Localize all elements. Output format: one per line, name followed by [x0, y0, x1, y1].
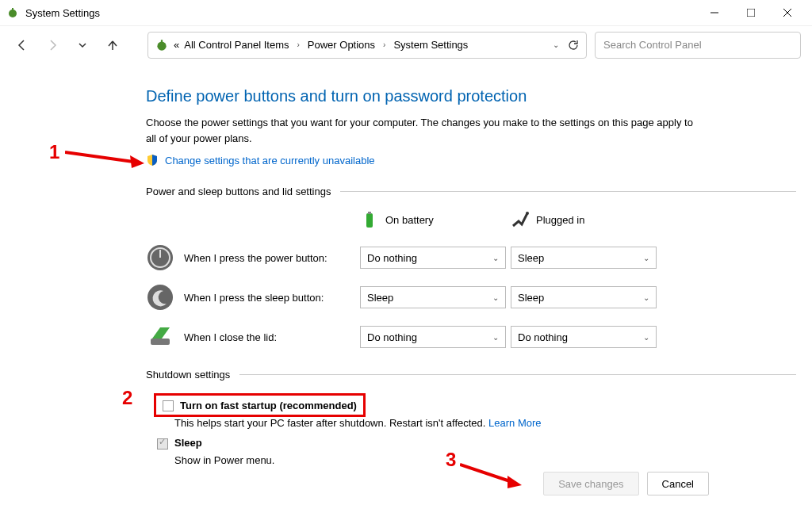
page-description: Choose the power settings that you want … — [146, 115, 701, 146]
sleep-checkbox-row: Sleep — [157, 437, 796, 450]
fast-startup-label: Turn on fast startup (recommended) — [180, 400, 357, 411]
plug-icon — [511, 210, 530, 229]
footer: Save changes Cancel — [543, 472, 709, 495]
setting-row-lid: When I close the lid: Do nothing⌄ Do not… — [146, 323, 796, 351]
divider — [239, 374, 796, 375]
forward-button[interactable] — [41, 34, 63, 56]
titlebar: System Settings — [0, 0, 812, 25]
up-button[interactable] — [102, 34, 124, 56]
chevron-right-icon: › — [383, 40, 385, 49]
chevron-down-icon: ⌄ — [643, 254, 649, 262]
power-options-icon — [6, 6, 19, 19]
svg-point-10 — [526, 212, 529, 215]
recent-button[interactable] — [71, 34, 94, 56]
section-title: Power and sleep buttons and lid settings — [146, 186, 331, 197]
refresh-icon[interactable] — [567, 39, 580, 52]
column-header-battery: On battery — [360, 210, 511, 229]
sleep-label: Sleep — [174, 437, 202, 449]
sleep-desc: Show in Power menu. — [174, 454, 796, 466]
cancel-button[interactable]: Cancel — [647, 472, 709, 495]
select-power-battery[interactable]: Do nothing⌄ — [360, 247, 506, 269]
setting-row-power-button: When I press the power button: Do nothin… — [146, 243, 796, 272]
shield-icon — [146, 154, 159, 166]
row-label: When I press the sleep button: — [184, 292, 360, 304]
select-power-plugged[interactable]: Sleep⌄ — [511, 247, 657, 269]
battery-icon — [360, 210, 379, 229]
search-placeholder: Search Control Panel — [603, 39, 702, 51]
lid-icon — [146, 323, 174, 351]
search-input[interactable]: Search Control Panel — [595, 32, 801, 59]
save-button[interactable]: Save changes — [543, 472, 638, 495]
svg-rect-7 — [161, 40, 163, 45]
row-label: When I close the lid: — [184, 331, 360, 343]
column-headers: On battery Plugged in — [146, 210, 796, 229]
sleep-checkbox — [157, 438, 168, 450]
chevron-down-icon: ⌄ — [492, 333, 499, 342]
svg-rect-9 — [368, 212, 371, 214]
section-header-power-sleep: Power and sleep buttons and lid settings — [146, 186, 796, 197]
breadcrumb-item[interactable]: All Control Panel Items — [184, 39, 289, 51]
chevron-down-icon: ⌄ — [492, 254, 499, 262]
power-button-icon — [146, 243, 174, 272]
content: Define power buttons and turn on passwor… — [0, 63, 812, 490]
chevron-down-icon[interactable]: ⌄ — [553, 40, 559, 49]
power-options-icon — [155, 38, 169, 52]
breadcrumb-item[interactable]: System Settings — [393, 39, 468, 51]
chevron-down-icon: ⌄ — [492, 293, 499, 302]
svg-rect-1 — [12, 8, 13, 13]
column-header-plugged: Plugged in — [511, 210, 661, 229]
fast-startup-checkbox[interactable] — [163, 400, 174, 411]
breadcrumb-prefix: « — [174, 39, 179, 51]
column-label: Plugged in — [536, 214, 584, 226]
address-bar[interactable]: « All Control Panel Items › Power Option… — [147, 32, 587, 59]
svg-rect-3 — [747, 9, 755, 17]
change-settings-link[interactable]: Change settings that are currently unava… — [165, 155, 375, 166]
setting-row-sleep-button: When I press the sleep button: Sleep⌄ Sl… — [146, 283, 796, 312]
change-settings-link-row: Change settings that are currently unava… — [146, 154, 796, 166]
divider — [340, 191, 796, 192]
back-button[interactable] — [11, 34, 33, 56]
select-sleep-battery[interactable]: Sleep⌄ — [360, 286, 506, 308]
maximize-button[interactable] — [733, 0, 769, 25]
sleep-button-icon — [146, 283, 174, 312]
window-title: System Settings — [25, 7, 696, 19]
column-label: On battery — [385, 214, 434, 226]
select-lid-battery[interactable]: Do nothing⌄ — [360, 326, 506, 348]
breadcrumb-item[interactable]: Power Options — [308, 39, 375, 51]
chevron-down-icon: ⌄ — [643, 333, 649, 342]
section-title: Shutdown settings — [146, 369, 230, 381]
toolbar: « All Control Panel Items › Power Option… — [0, 25, 812, 63]
select-lid-plugged[interactable]: Do nothing⌄ — [511, 326, 657, 348]
fast-startup-desc: This helps start your PC faster after sh… — [174, 417, 796, 429]
svg-rect-8 — [366, 213, 373, 228]
close-button[interactable] — [769, 0, 806, 25]
row-label: When I press the power button: — [184, 252, 360, 264]
chevron-down-icon: ⌄ — [643, 293, 649, 302]
select-sleep-plugged[interactable]: Sleep⌄ — [511, 286, 657, 308]
chevron-right-icon: › — [297, 40, 299, 49]
minimize-button[interactable] — [696, 0, 733, 25]
learn-more-link[interactable]: Learn More — [488, 417, 541, 429]
fast-startup-highlight: Turn on fast startup (recommended) — [154, 393, 366, 417]
page-heading: Define power buttons and turn on passwor… — [146, 87, 796, 105]
section-header-shutdown: Shutdown settings — [146, 369, 796, 381]
svg-rect-15 — [151, 339, 170, 345]
